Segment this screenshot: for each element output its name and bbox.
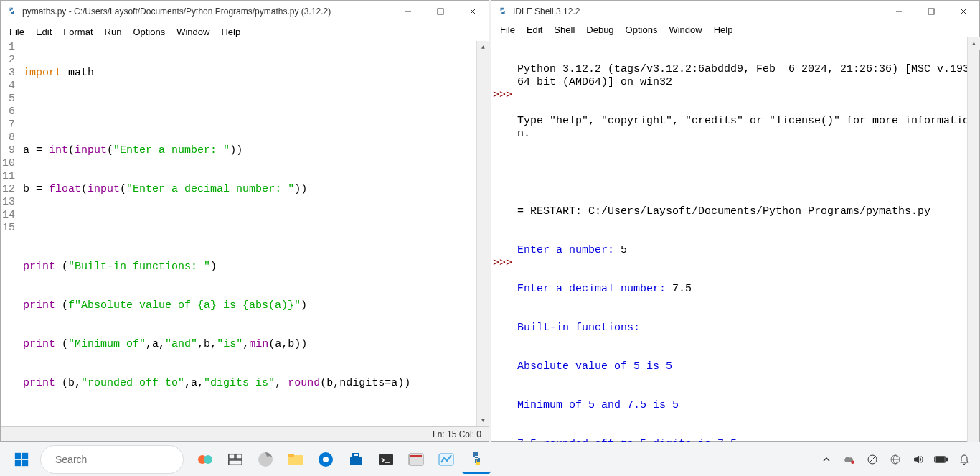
menu-edit[interactable]: Edit	[521, 22, 548, 37]
svg-rect-41	[936, 457, 945, 461]
svg-rect-31	[410, 455, 422, 457]
python-file-icon	[6, 6, 18, 17]
editor-titlebar[interactable]: pymaths.py - C:/Users/Laysoft/Documents/…	[1, 1, 489, 22]
line-number-gutter: 1 2 3 4 5 6 7 8 9 10 11 12 13 14 15	[1, 41, 20, 426]
menu-options[interactable]: Options	[127, 24, 171, 39]
menu-edit[interactable]: Edit	[30, 24, 57, 39]
svg-rect-11	[15, 452, 21, 458]
svg-rect-14	[22, 459, 28, 465]
menu-format[interactable]: Format	[57, 24, 98, 39]
language-icon[interactable]	[887, 451, 904, 468]
svg-rect-27	[350, 457, 362, 465]
menu-file[interactable]: File	[4, 24, 30, 39]
svg-rect-29	[379, 454, 393, 465]
svg-rect-12	[22, 452, 28, 458]
editor-menubar: File Edit Format Run Options Window Help	[1, 22, 489, 41]
python-taskbar-icon[interactable]	[462, 445, 491, 474]
svg-point-26	[323, 457, 329, 462]
editor-area[interactable]: 1 2 3 4 5 6 7 8 9 10 11 12 13 14 15 impo…	[1, 41, 489, 426]
scroll-up-icon[interactable]: ▲	[477, 41, 489, 53]
edge-icon[interactable]	[251, 445, 280, 474]
editor-scrollbar[interactable]: ▲ ▼	[476, 41, 489, 426]
menu-window[interactable]: Window	[171, 24, 215, 39]
minimize-button[interactable]	[392, 1, 424, 22]
copilot-icon[interactable]	[191, 445, 220, 474]
svg-rect-23	[288, 455, 303, 465]
menu-options[interactable]: Options	[620, 22, 664, 37]
svg-rect-20	[236, 454, 242, 458]
shell-banner: Python 3.12.2 (tags/v3.12.2:6abddd9, Feb…	[517, 63, 978, 89]
svg-rect-19	[229, 454, 235, 458]
menu-help[interactable]: Help	[708, 22, 739, 37]
svg-point-6	[501, 8, 501, 9]
menu-help[interactable]: Help	[215, 24, 246, 39]
shell-window: IDLE Shell 3.12.2 File Edit Shell Debug …	[491, 0, 980, 442]
code-content[interactable]: import math a = int(input("Enter a numbe…	[20, 41, 489, 426]
shell-restart: = RESTART: C:/Users/Laysoft/Documents/Py…	[517, 205, 978, 218]
scroll-down-icon[interactable]: ▼	[477, 414, 489, 426]
shell-scrollbar[interactable]: ▲ ▼	[967, 37, 979, 476]
scroll-up-icon[interactable]: ▲	[968, 37, 980, 50]
editor-cursor-pos: Ln: 15 Col: 0	[433, 429, 481, 439]
onedrive-icon[interactable]	[841, 451, 858, 468]
security-icon[interactable]	[864, 451, 881, 468]
svg-rect-21	[229, 459, 242, 464]
shell-menubar: File Edit Shell Debug Options Window Hel…	[491, 22, 979, 37]
shell-titlebar[interactable]: IDLE Shell 3.12.2	[491, 1, 979, 22]
menu-window[interactable]: Window	[663, 22, 707, 37]
start-button[interactable]	[7, 445, 36, 474]
svg-rect-13	[15, 459, 21, 465]
search-box[interactable]	[40, 445, 184, 474]
maximize-button[interactable]	[424, 1, 456, 22]
taskview-icon[interactable]	[221, 445, 250, 474]
store-icon[interactable]	[341, 445, 370, 474]
shell-prompt-gutter: >>> >>>	[491, 37, 516, 476]
svg-rect-8	[928, 9, 934, 14]
svg-rect-3	[438, 9, 443, 14]
svg-rect-40	[946, 458, 948, 460]
menu-shell[interactable]: Shell	[548, 22, 580, 37]
app2-icon[interactable]	[432, 445, 461, 474]
svg-line-35	[869, 456, 875, 462]
editor-title: pymaths.py - C:/Users/Laysoft/Documents/…	[22, 6, 392, 17]
editor-statusbar: Ln: 15 Col: 0	[1, 426, 489, 441]
taskbar	[0, 442, 980, 476]
app-icon[interactable]	[402, 445, 430, 474]
menu-run[interactable]: Run	[99, 24, 128, 39]
shell-area[interactable]: >>> >>> Python 3.12.2 (tags/v3.12.2:6abd…	[491, 37, 979, 476]
svg-point-18	[204, 455, 212, 464]
maximize-button[interactable]	[915, 1, 947, 22]
battery-icon[interactable]	[933, 451, 950, 468]
notification-icon[interactable]	[956, 451, 973, 468]
windows-icon	[14, 452, 29, 467]
chevron-up-icon[interactable]	[818, 451, 835, 468]
svg-point-1	[10, 8, 11, 9]
svg-rect-24	[288, 454, 294, 457]
close-button[interactable]	[947, 1, 979, 22]
menu-debug[interactable]: Debug	[580, 22, 619, 37]
close-button[interactable]	[456, 1, 489, 22]
shell-content[interactable]: Python 3.12.2 (tags/v3.12.2:6abddd9, Feb…	[516, 37, 979, 476]
editor-window: pymaths.py - C:/Users/Laysoft/Documents/…	[0, 0, 489, 442]
shell-banner2: Type "help", "copyright", "credits" or "…	[517, 115, 978, 141]
volume-icon[interactable]	[910, 451, 927, 468]
minimize-button[interactable]	[882, 1, 915, 22]
search-input[interactable]	[55, 454, 181, 465]
menu-file[interactable]: File	[494, 22, 521, 37]
python-icon	[497, 6, 509, 17]
svg-point-33	[851, 460, 854, 464]
terminal-icon[interactable]	[372, 445, 400, 474]
shell-title: IDLE Shell 3.12.2	[513, 6, 882, 17]
explorer-icon[interactable]	[281, 445, 310, 474]
browser-icon[interactable]	[311, 445, 340, 474]
svg-rect-28	[353, 454, 359, 457]
